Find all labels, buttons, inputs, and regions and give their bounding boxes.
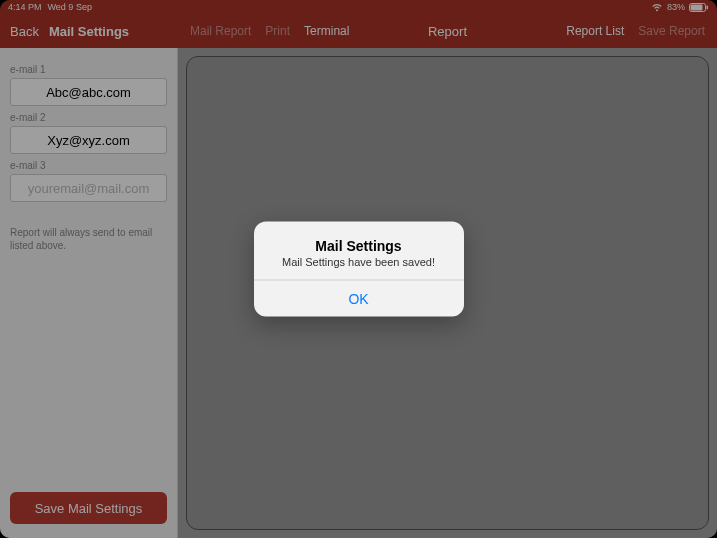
alert-dialog: Mail Settings Mail Settings have been sa… (254, 222, 464, 317)
device-frame: 4:14 PM Wed 9 Sep 83% Back Mail Settings… (0, 0, 717, 538)
alert-ok-button[interactable]: OK (254, 281, 464, 317)
alert-title: Mail Settings (266, 238, 452, 254)
alert-message: Mail Settings have been saved! (266, 256, 452, 268)
